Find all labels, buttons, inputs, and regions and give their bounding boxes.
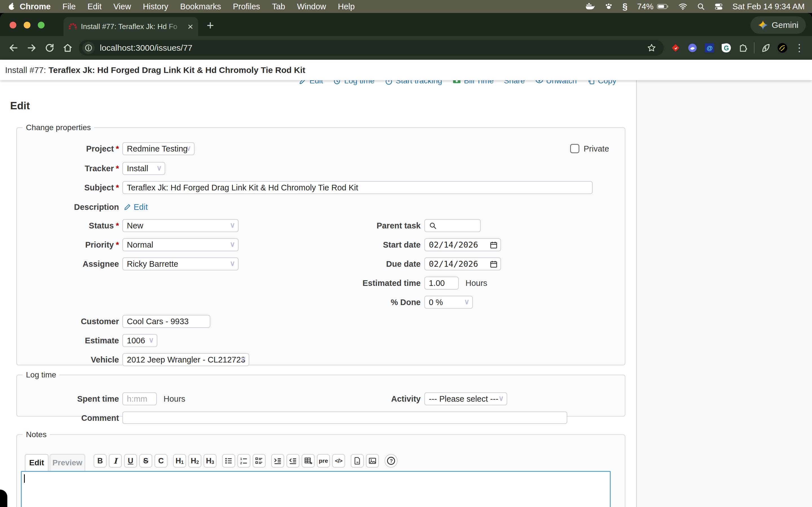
- bookmark-star-icon[interactable]: [647, 43, 656, 53]
- notes-toolbar-link-file-icon[interactable]: ∞: [351, 454, 364, 467]
- site-info-icon[interactable]: [82, 42, 95, 54]
- notes-toolbar-numbered-list-icon[interactable]: 12: [238, 454, 250, 467]
- menu-file[interactable]: File: [63, 2, 76, 11]
- search-icon: [429, 222, 437, 230]
- extension-red-diamond-icon[interactable]: [670, 43, 681, 53]
- start-date-input[interactable]: 02/14/2026: [424, 238, 501, 251]
- menu-edit[interactable]: Edit: [87, 2, 101, 11]
- customer-input[interactable]: Cool Cars - 9933: [122, 315, 210, 328]
- notes-toolbar-bullet-list-icon[interactable]: [222, 454, 235, 467]
- back-icon[interactable]: [8, 43, 18, 53]
- extension-at-badge-icon[interactable]: @: [704, 43, 715, 53]
- menu-window[interactable]: Window: [297, 2, 326, 11]
- menubar-clock[interactable]: Sat Feb 14 9:34 AM: [732, 2, 805, 11]
- vehicle-select[interactable]: 2012 Jeep Wrangler - CL212723∨: [122, 353, 249, 366]
- menu-profiles[interactable]: Profiles: [233, 2, 260, 11]
- notes-tab-preview[interactable]: Preview: [50, 454, 85, 471]
- action-unwatch[interactable]: Unwatch: [535, 80, 577, 86]
- notes-toolbar-italic[interactable]: I: [109, 454, 122, 467]
- notes-toolbar-heading2[interactable]: H2: [188, 454, 201, 467]
- private-checkbox[interactable]: [570, 144, 579, 153]
- notes-toolbar-help[interactable]: ?: [385, 454, 398, 467]
- control-center-icon[interactable]: [714, 3, 723, 10]
- new-tab-button[interactable]: +: [207, 19, 214, 32]
- stopwatch-icon: [385, 80, 393, 85]
- action-edit[interactable]: Edit: [299, 80, 323, 86]
- action-bill-time[interactable]: Bill Time: [452, 80, 494, 86]
- action-log-time[interactable]: Log time: [333, 80, 374, 86]
- eye-icon: [535, 80, 544, 85]
- status-select[interactable]: New∨: [122, 219, 239, 232]
- notes-toolbar-image-icon[interactable]: [366, 454, 379, 467]
- extension-grammarly-icon[interactable]: G: [721, 43, 732, 53]
- notes-toolbar-underline[interactable]: U: [124, 454, 137, 467]
- address-bar[interactable]: localhost:3000/issues/77: [79, 40, 664, 56]
- notes-toolbar-blockquote-icon[interactable]: [271, 454, 284, 467]
- description-edit-link[interactable]: Edit: [123, 201, 148, 214]
- gemini-label: Gemini: [772, 20, 799, 30]
- svg-text:G: G: [724, 45, 729, 52]
- extension-swirl-icon[interactable]: [687, 43, 698, 53]
- calendar-icon[interactable]: [490, 241, 498, 249]
- extensions-puzzle-icon[interactable]: [738, 43, 748, 53]
- project-select[interactable]: Redmine Testing∨: [122, 142, 195, 155]
- energy-saver-leaf-icon[interactable]: [760, 43, 770, 53]
- url-text[interactable]: localhost:3000/issues/77: [100, 43, 193, 53]
- estimated-time-input[interactable]: 1.00: [424, 277, 459, 290]
- assignee-select[interactable]: Ricky Barrette∨: [122, 258, 239, 270]
- wifi-icon[interactable]: [678, 3, 688, 10]
- due-date-input[interactable]: 02/14/2026: [424, 258, 501, 270]
- notes-textarea[interactable]: [21, 471, 611, 507]
- comment-input[interactable]: [122, 411, 567, 424]
- svg-text:∞: ∞: [356, 460, 359, 464]
- window-zoom-button[interactable]: [38, 22, 45, 29]
- apple-menu-icon[interactable]: [7, 2, 16, 11]
- notes-tab-edit[interactable]: Edit: [25, 454, 49, 471]
- priority-select[interactable]: Normal∨: [122, 238, 239, 251]
- gemini-button[interactable]: Gemini: [751, 16, 806, 34]
- seahorse-icon[interactable]: §: [622, 1, 627, 12]
- action-share[interactable]: Share: [504, 80, 525, 86]
- parent-task-input[interactable]: [424, 219, 481, 232]
- issue-actions-row: Edit Log time Start tracking Bill Time S…: [289, 80, 616, 87]
- notes-toolbar-heading1[interactable]: H1: [173, 454, 186, 467]
- docker-whale-icon[interactable]: [585, 3, 595, 10]
- notes-toolbar-strikethrough[interactable]: S: [139, 454, 152, 467]
- notes-toolbar-bold[interactable]: B: [94, 454, 107, 467]
- notes-toolbar-unquote-icon[interactable]: [287, 454, 299, 467]
- window-minimize-button[interactable]: [24, 22, 31, 29]
- spent-time-input[interactable]: h:mm: [122, 392, 157, 405]
- action-copy[interactable]: Copy: [587, 80, 616, 86]
- notes-toolbar-code-block[interactable]: </>: [332, 454, 345, 467]
- profile-avatar[interactable]: [777, 42, 788, 54]
- tab-close-icon[interactable]: ×: [188, 22, 193, 31]
- browser-tab[interactable]: Install #77: Teraflex Jk: Hd Fo ×: [63, 17, 198, 36]
- menu-chrome[interactable]: Chrome: [20, 2, 51, 11]
- percent-done-select[interactable]: 0 %∨: [424, 296, 473, 309]
- home-icon[interactable]: [63, 43, 73, 53]
- menu-bookmarks[interactable]: Bookmarks: [180, 2, 221, 11]
- calendar-icon[interactable]: [490, 260, 498, 269]
- tracker-select[interactable]: Install∨: [122, 162, 165, 175]
- menu-view[interactable]: View: [113, 2, 131, 11]
- log-time-fieldset: Log time Spent time h:mm Hours Activity …: [16, 371, 625, 416]
- menu-tab[interactable]: Tab: [272, 2, 285, 11]
- notes-toolbar-heading3[interactable]: H3: [204, 454, 216, 467]
- reload-icon[interactable]: [45, 43, 55, 53]
- estimate-select[interactable]: 1006∨: [122, 334, 157, 347]
- action-start-tracking[interactable]: Start tracking: [385, 80, 442, 86]
- paw-icon[interactable]: [605, 2, 613, 11]
- menu-history[interactable]: History: [143, 2, 168, 11]
- chrome-menu-kebab-icon[interactable]: ⋮: [794, 46, 804, 50]
- notes-toolbar-preformatted[interactable]: pre: [317, 454, 330, 467]
- notes-toolbar-table-icon[interactable]: [302, 454, 315, 467]
- window-close-button[interactable]: [10, 22, 16, 29]
- menu-help[interactable]: Help: [338, 2, 355, 11]
- notes-toolbar-inline-code[interactable]: C: [154, 454, 167, 467]
- notes-fieldset: Notes Edit Preview B I U S C H1 H2 H3 12: [16, 430, 625, 507]
- spotlight-search-icon[interactable]: [697, 3, 705, 10]
- notes-toolbar-task-list-icon[interactable]: [253, 454, 266, 467]
- forward-icon[interactable]: [27, 43, 37, 53]
- activity-select[interactable]: --- Please select ---∨: [424, 392, 507, 405]
- subject-input[interactable]: Teraflex Jk: Hd Forged Drag Link Kit & H…: [122, 181, 593, 194]
